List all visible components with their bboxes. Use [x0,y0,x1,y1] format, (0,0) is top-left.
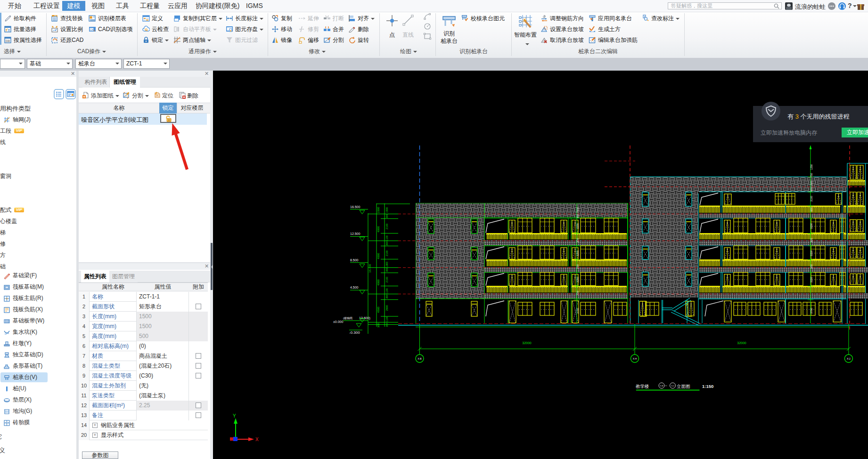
svg-text:16.400: 16.400 [368,264,371,273]
svg-text:X: X [255,437,259,442]
svg-text:800: 800 [810,264,813,268]
svg-text:X-B: X-B [418,357,422,360]
svg-text:1100: 1100 [385,288,388,294]
svg-text:4000: 4000 [377,253,380,259]
svg-text:32000: 32000 [522,341,532,345]
svg-text:600: 600 [810,238,813,242]
svg-text:X-2: X-2 [847,357,851,360]
svg-text:7500: 7500 [576,207,579,213]
svg-text:600: 600 [576,264,579,268]
svg-text:300: 300 [385,322,388,327]
svg-text:4500: 4500 [377,306,380,313]
svg-text:4000: 4000 [377,279,380,286]
svg-text:(楼梯间: (楼梯间 [343,317,352,320]
svg-text:3200: 3200 [576,223,579,229]
svg-text:3200: 3200 [810,277,813,282]
svg-text:1100: 1100 [385,316,388,322]
svg-text:300: 300 [377,322,380,328]
svg-text:1500: 1500 [377,207,380,213]
svg-text:1500: 1500 [385,207,388,213]
svg-text:16.500: 16.500 [350,205,360,209]
svg-text:300: 300 [385,294,388,298]
svg-text:3200: 3200 [576,277,579,282]
svg-text:X-H: X-H [633,357,637,360]
svg-text:1250: 1250 [810,164,813,170]
svg-text:300: 300 [385,241,388,245]
svg-text:1:150: 1:150 [702,384,713,389]
svg-text:X-2: X-2 [671,385,674,387]
svg-text:2100: 2100 [385,250,388,256]
svg-text:900: 900 [810,187,813,191]
svg-text:3700: 3700 [576,308,579,314]
svg-text:教学楼: 教学楼 [636,384,649,389]
svg-text:4000: 4000 [377,226,380,233]
svg-text:32000: 32000 [737,341,746,345]
svg-text:~: ~ [665,384,667,388]
svg-text:3700: 3700 [810,308,813,314]
svg-text:3200: 3200 [810,223,813,229]
svg-text:Y: Y [233,413,236,419]
svg-text:3200: 3200 [810,250,813,256]
svg-text:1500: 1500 [810,181,813,186]
svg-text:立面图: 立面图 [677,384,690,389]
svg-text:2600: 2600 [385,305,388,311]
svg-text:600: 600 [810,207,813,211]
svg-text:600: 600 [576,290,579,295]
svg-text:2100: 2100 [385,277,388,282]
svg-text:2100: 2100 [385,224,388,229]
svg-text:13.600): 13.600) [359,316,370,320]
svg-text:300: 300 [385,214,388,218]
svg-text:±0.000: ±0.000 [333,320,343,323]
svg-text:600: 600 [576,238,579,242]
svg-text:-0.300: -0.300 [349,330,360,335]
svg-text:900: 900 [576,214,579,218]
svg-text:12.500: 12.500 [350,232,360,235]
svg-text:4.500: 4.500 [350,286,359,289]
svg-text:X-B: X-B [660,385,663,387]
svg-text:750: 750 [810,173,813,177]
svg-text:1300: 1300 [385,262,388,267]
svg-text:8.500: 8.500 [350,258,359,262]
svg-text:1100: 1100 [385,235,388,241]
svg-text:3200: 3200 [576,250,579,256]
svg-text:300: 300 [385,267,388,272]
svg-text:3100: 3100 [810,196,813,201]
